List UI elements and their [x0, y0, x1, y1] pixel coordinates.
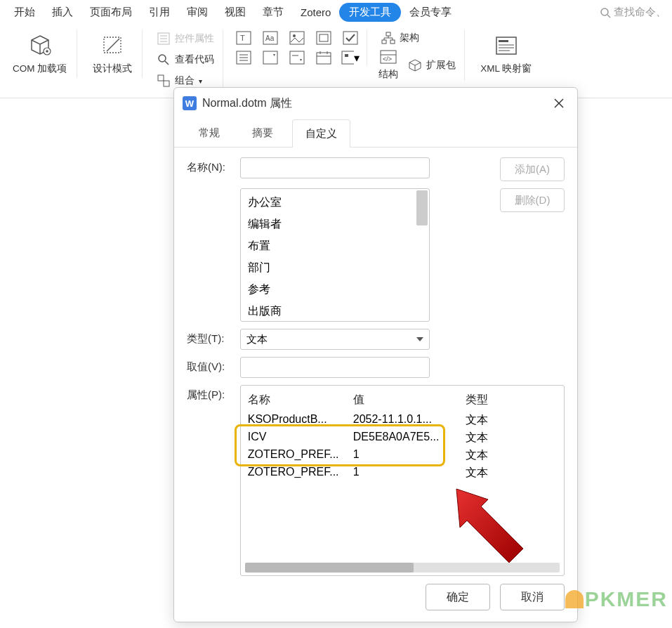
arch-button[interactable]: 架构: [378, 30, 459, 46]
list-item[interactable]: 布置: [245, 235, 425, 257]
name-listbox[interactable]: 办公室 编辑者 布置 部门 参考 出版商: [240, 188, 430, 322]
tab-general[interactable]: 常规: [185, 119, 233, 147]
menu-reference[interactable]: 引用: [140, 3, 178, 22]
watermark: PKMER: [565, 587, 668, 611]
delete-button[interactable]: 删除(D): [500, 188, 565, 212]
add-button[interactable]: 添加(A): [500, 157, 565, 181]
view-code-label: 查看代码: [175, 53, 214, 66]
table-row[interactable]: ZOTERO_PREF...1文本: [248, 464, 557, 482]
package-icon: [408, 59, 422, 72]
name-input[interactable]: [240, 157, 430, 178]
struct-label: 结构: [378, 68, 398, 81]
chevron-down-icon: [416, 337, 423, 341]
search-placeholder: 查找命令、: [614, 6, 666, 19]
scrollbar-thumb[interactable]: [416, 190, 428, 225]
list-item[interactable]: 编辑者: [245, 214, 425, 235]
dialog-title-text: Normal.dotm 属性: [202, 96, 292, 111]
svg-point-18: [293, 34, 296, 37]
svg-rect-35: [386, 32, 390, 36]
svg-text:</>: </>: [383, 55, 392, 63]
menu-zotero[interactable]: Zotero: [292, 4, 339, 21]
control-icon-grid: T Aa ▾: [235, 30, 361, 65]
picture-icon[interactable]: [288, 30, 306, 46]
control-props-label: 控件属性: [175, 32, 214, 45]
svg-rect-27: [290, 51, 304, 64]
svg-rect-41: [496, 37, 516, 54]
menu-review[interactable]: 审阅: [178, 3, 216, 22]
table-row[interactable]: ICVDE5E8A0A7E5...文本: [248, 429, 557, 447]
menu-chapter[interactable]: 章节: [254, 3, 292, 22]
type-value: 文本: [246, 333, 268, 346]
tab-custom[interactable]: 自定义: [292, 119, 350, 148]
svg-rect-33: [342, 51, 354, 64]
h-scroll-thumb[interactable]: [245, 563, 414, 573]
table-row[interactable]: KSOProductB...2052-11.1.0.1...文本: [248, 412, 557, 429]
svg-rect-36: [382, 40, 386, 44]
com-addins-button[interactable]: COM 加载项: [8, 30, 71, 78]
menu-insert[interactable]: 插入: [44, 3, 81, 22]
menu-devtools[interactable]: 开发工具: [339, 3, 401, 22]
table-row[interactable]: ZOTERO_PREF...1文本: [248, 447, 557, 464]
dropdown-icon[interactable]: [288, 50, 306, 65]
design-mode-button[interactable]: 设计模式: [88, 30, 136, 78]
xml-pane-icon: [494, 33, 519, 58]
view-code-button[interactable]: 查看代码: [154, 51, 217, 68]
design-mode-label: 设计模式: [93, 63, 132, 75]
ruler-pencil-icon: [100, 33, 125, 58]
gallery-icon[interactable]: [315, 30, 333, 46]
svg-rect-17: [290, 32, 304, 44]
combo-icon[interactable]: [261, 50, 279, 65]
svg-rect-37: [390, 40, 395, 44]
type-label: 类型(T):: [187, 329, 232, 346]
close-button[interactable]: [549, 93, 569, 113]
struct-icon: </>: [380, 50, 397, 64]
svg-rect-11: [158, 75, 164, 81]
cancel-button[interactable]: 取消: [500, 584, 565, 610]
close-icon: [554, 98, 564, 108]
arch-label: 架构: [400, 32, 419, 44]
list-icon: [157, 32, 171, 46]
list-item[interactable]: 办公室: [245, 192, 425, 214]
list-item[interactable]: 出版商: [245, 301, 425, 322]
col-type: 类型: [466, 393, 557, 407]
h-scrollbar[interactable]: [245, 563, 560, 573]
tab-summary[interactable]: 摘要: [239, 119, 286, 147]
properties-dialog: W Normal.dotm 属性 常规 摘要 自定义 名称(N): 添加(A) …: [173, 87, 578, 622]
menu-search[interactable]: 查找命令、: [600, 6, 666, 19]
svg-text:T: T: [240, 34, 245, 42]
menu-pagelayout[interactable]: 页面布局: [81, 3, 140, 22]
extpack-button[interactable]: 扩展包: [405, 50, 459, 81]
value-input[interactable]: [240, 357, 430, 378]
checkbox-icon[interactable]: [341, 30, 360, 46]
menu-start[interactable]: 开始: [6, 3, 44, 22]
ok-button[interactable]: 确定: [426, 584, 490, 610]
list-item[interactable]: 参考: [245, 279, 425, 301]
svg-point-9: [159, 55, 166, 62]
xml-map-button[interactable]: XML 映射窗: [476, 30, 536, 78]
svg-rect-21: [343, 32, 357, 44]
richtext-icon[interactable]: T: [235, 30, 253, 46]
menu-member[interactable]: 会员专享: [401, 3, 460, 22]
search-icon: [600, 7, 611, 18]
plaintext-icon[interactable]: Aa: [261, 30, 279, 46]
properties-table[interactable]: 名称 值 类型 KSOProductB...2052-11.1.0.1...文本…: [240, 385, 565, 576]
menu-view[interactable]: 视图: [216, 3, 254, 22]
svg-rect-26: [263, 51, 277, 64]
group-label: 组合: [175, 74, 195, 87]
props-label: 属性(P):: [187, 385, 232, 402]
svg-text:Aa: Aa: [265, 34, 275, 42]
xml-map-label: XML 映射窗: [480, 63, 532, 75]
type-select[interactable]: 文本: [240, 329, 430, 350]
legacy-icon[interactable]: ▾: [341, 50, 360, 65]
value-label: 取值(V):: [187, 357, 232, 374]
list-item[interactable]: 部门: [245, 257, 425, 279]
svg-rect-29: [317, 53, 331, 64]
group-icon: [157, 74, 171, 88]
list-ctrl-icon[interactable]: [235, 50, 253, 65]
struct-button[interactable]: </> 结构: [378, 50, 398, 81]
watermark-icon: [565, 590, 584, 608]
magnify-icon: [157, 53, 171, 67]
cube-gear-icon: [27, 33, 53, 58]
date-icon[interactable]: [315, 50, 333, 65]
svg-point-0: [601, 8, 608, 15]
